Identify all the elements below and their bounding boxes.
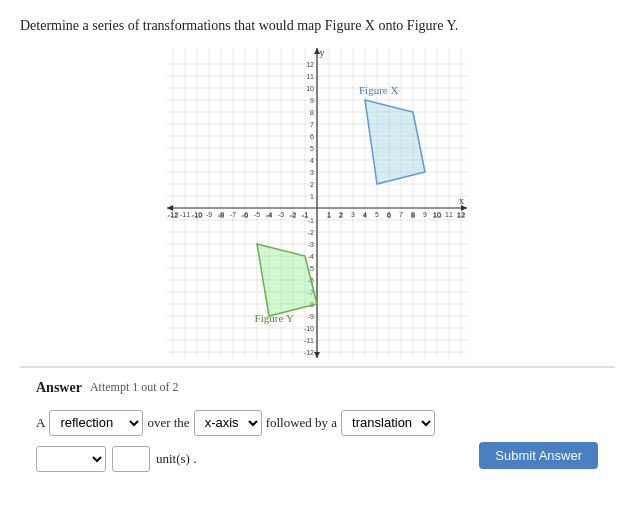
followed-by-text: followed by a <box>266 415 337 431</box>
question-content: Determine a series of transformations th… <box>20 18 458 33</box>
graph-container <box>20 48 614 358</box>
answer-row-1: A reflection rotation translation dilati… <box>36 410 598 436</box>
over-the-text: over the <box>147 415 189 431</box>
prefix-a: A <box>36 415 45 431</box>
answer-label: Answer <box>36 380 82 396</box>
graph-canvas <box>167 48 467 358</box>
answer-label-row: Answer Attempt 1 out of 2 <box>36 380 598 396</box>
question-text: Determine a series of transformations th… <box>20 16 614 36</box>
submit-button[interactable]: Submit Answer <box>479 442 598 469</box>
page-container: Determine a series of transformations th… <box>0 0 634 526</box>
unit-label: unit(s) . <box>156 451 196 467</box>
direction-select[interactable]: up down left right <box>36 446 106 472</box>
unit-input-box[interactable] <box>112 446 150 472</box>
axis-select[interactable]: x-axis y-axis <box>194 410 262 436</box>
attempt-text: Attempt 1 out of 2 <box>90 380 179 395</box>
answer-section: Answer Attempt 1 out of 2 A reflection r… <box>20 366 614 484</box>
transformation-select-1[interactable]: reflection rotation translation dilation <box>49 410 143 436</box>
transformation-select-2[interactable]: translation rotation reflection <box>341 410 435 436</box>
graph-area <box>167 48 467 358</box>
